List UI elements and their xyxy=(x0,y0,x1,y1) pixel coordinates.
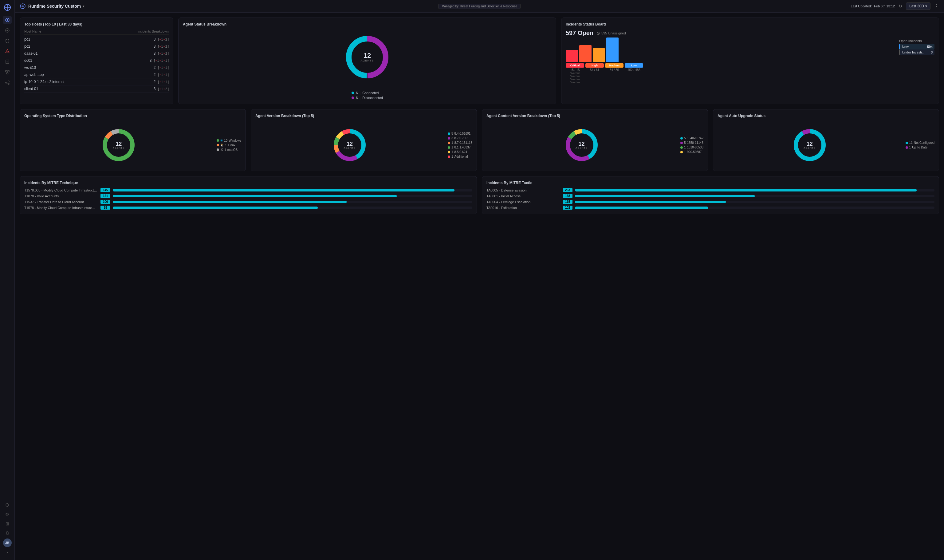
sidebar-item-settings[interactable]: ⚙ xyxy=(3,510,12,518)
legend-item: 1 920-50387 xyxy=(680,150,703,154)
mitre-bar-bg xyxy=(113,189,472,191)
legend-label: 1310-80538 xyxy=(687,146,703,149)
mitre-label: T1537 - Transfer Data to Cloud Account xyxy=(24,200,98,204)
mitre-row[interactable]: TA0001 - Initial Access 138 xyxy=(486,194,935,198)
mitre-bar-bg xyxy=(113,195,472,197)
legend-item: 6 | Disconnected xyxy=(352,96,383,100)
linux-icon: 🐧 xyxy=(220,143,224,147)
mitre-label: T1078 - Valid Accounts xyxy=(24,194,98,198)
agent-version-chart: 12 AGENTS 5 8.4.0.516913 8.7.0.73511 8.7… xyxy=(255,123,472,166)
legend-sep: | xyxy=(360,96,360,100)
bar-column xyxy=(566,50,578,62)
sidebar-item-apps[interactable]: ⊞ xyxy=(3,519,12,528)
time-range-button[interactable]: Last 30D ▾ xyxy=(906,3,930,10)
mitre-row[interactable]: TA0005 - Defense Evasion 263 xyxy=(486,188,935,192)
overdue-label: Overdue xyxy=(566,72,584,75)
overdue-label: Overdue xyxy=(566,78,584,81)
mitre-row[interactable]: T1537 - Transfer Data to Cloud Account 1… xyxy=(24,200,472,204)
mitre-row[interactable]: TA0004 - Privilege Escalation 115 xyxy=(486,200,935,204)
legend-item: 1 Additional xyxy=(448,155,472,158)
sidebar-item-security[interactable] xyxy=(3,26,12,35)
sidebar-item-home[interactable] xyxy=(3,16,12,24)
host-name[interactable]: daas-01 xyxy=(24,51,154,55)
mitre-label: TA0004 - Privilege Escalation xyxy=(486,200,560,204)
svg-text:!: ! xyxy=(7,51,8,52)
legend-item: 5 1640-10742 xyxy=(680,137,703,140)
open-incident-row[interactable]: Under Investi... 3 xyxy=(899,49,935,55)
mac-icon: ⌘ xyxy=(220,148,223,151)
mitre-count: 121 xyxy=(100,194,110,198)
sidebar-item-alerts[interactable]: ! xyxy=(3,47,12,55)
legend-dot-icon xyxy=(217,139,219,142)
host-name[interactable]: ip-10-0-1-24.ec2.internal xyxy=(24,80,154,84)
bar-column xyxy=(593,48,605,62)
legend-item: 1 8.7.0.131113 xyxy=(448,141,472,145)
mitre-bar-fill xyxy=(113,206,318,209)
host-name[interactable]: pc1 xyxy=(24,37,154,42)
sidebar-item-shield[interactable] xyxy=(3,37,12,45)
sidebar-item-network[interactable] xyxy=(3,68,12,77)
host-name[interactable]: pc2 xyxy=(24,44,154,49)
host-name[interactable]: ws-it10 xyxy=(24,65,154,70)
sidebar-item-reports[interactable] xyxy=(3,57,12,66)
legend-dot-icon xyxy=(906,146,908,149)
title-chevron-icon[interactable]: ▾ xyxy=(83,4,85,8)
incidents-status-title: Incidents Status Board xyxy=(566,22,935,26)
mitre-label: T1578 - Modify Cloud Compute Infrastruct… xyxy=(24,206,98,209)
sidebar-item-collapse[interactable]: ⊙ xyxy=(3,500,12,509)
svg-rect-9 xyxy=(6,71,7,72)
content-version-panel: Agent Content Version Breakdown (Top 5) xyxy=(482,109,708,171)
legend-dot-icon xyxy=(352,92,354,94)
mitre-bar-fill xyxy=(575,195,755,197)
host-name[interactable]: ap-web-app xyxy=(24,72,154,77)
app-header: Runtime Security Custom ▾ Managed by Thr… xyxy=(15,0,944,12)
os-donut: 12 AGENTS xyxy=(100,127,137,163)
header-logo-icon xyxy=(20,3,26,9)
legend-item: 🐧1 Linux xyxy=(217,143,241,147)
host-count: 3 xyxy=(154,44,156,49)
svg-point-13 xyxy=(8,81,9,82)
oi-label: Under Investi... xyxy=(902,51,925,54)
sidebar-expand[interactable]: › xyxy=(3,548,12,557)
mitre-label: T1578.003 - Modify Cloud Compute Infrast… xyxy=(24,188,98,192)
incident-dots: [ • 1 • 2 ] xyxy=(158,87,169,91)
open-incident-row[interactable]: New 594 xyxy=(899,44,935,49)
mitre-bar-bg xyxy=(575,201,935,203)
legend-dot-icon xyxy=(448,151,450,153)
user-avatar[interactable]: JB xyxy=(3,538,12,547)
sidebar-item-alerts-bell[interactable] xyxy=(3,529,12,538)
top-hosts-panel: Top Hosts (Top 10 | Last 30 days) Host N… xyxy=(20,17,173,104)
legend-dot-icon xyxy=(448,142,450,144)
legend-dot-icon xyxy=(448,146,450,149)
refresh-icon[interactable]: ↻ xyxy=(898,4,902,9)
severity-bars xyxy=(566,39,897,62)
more-options-button[interactable]: ⋮ xyxy=(934,3,939,9)
mitre-technique-title: Incidents By MITRE Technique xyxy=(24,181,472,185)
sidebar-item-integrations[interactable] xyxy=(3,78,12,87)
mitre-bar-bg xyxy=(113,201,472,203)
severity-bar xyxy=(579,45,592,62)
app-logo[interactable] xyxy=(3,3,12,12)
severity-badge: High xyxy=(586,63,604,68)
table-row: ip-10-0-1-24.ec2.internal 2 [ • 1 • 1 ] xyxy=(24,78,169,85)
legend-label: Up To Date xyxy=(912,146,927,149)
host-name[interactable]: client-01 xyxy=(24,87,154,91)
table-row: ap-web-app 2 [ • 1 • 1 ] xyxy=(24,71,169,78)
legend-label: 8.5.0.624 xyxy=(455,150,467,154)
mitre-row[interactable]: TA0010 - Exfiltration 102 xyxy=(486,206,935,209)
legend-item: 1 Up To Date xyxy=(906,146,935,149)
mitre-row[interactable]: T1578.003 - Modify Cloud Compute Infrast… xyxy=(24,188,472,192)
mitre-count: 115 xyxy=(563,200,572,204)
host-count: 2 xyxy=(154,80,156,84)
legend-label: 8.7.0.7351 xyxy=(455,137,469,140)
host-count: 3 xyxy=(150,58,152,63)
mitre-bar-fill xyxy=(113,201,347,203)
mitre-row[interactable]: T1078 - Valid Accounts 121 xyxy=(24,194,472,198)
legend-item: 1 1310-80538 xyxy=(680,146,703,149)
legend-label: Connected xyxy=(362,91,378,95)
mitre-bar-bg xyxy=(113,206,472,209)
incidents-status-panel: Incidents Status Board 597 Open ⊙ 595 Un… xyxy=(561,17,939,104)
mitre-row[interactable]: T1578 - Modify Cloud Compute Infrastruct… xyxy=(24,206,472,209)
legend-label: 8.4.0.51691 xyxy=(455,132,471,135)
host-name[interactable]: dc01 xyxy=(24,58,150,63)
